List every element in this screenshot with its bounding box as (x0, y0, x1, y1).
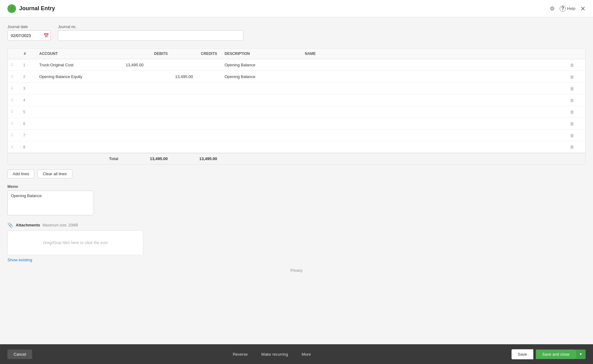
name-value (301, 63, 309, 67)
col-num-header: # (20, 48, 36, 59)
drag-handle-icon[interactable]: ⠿ (8, 110, 17, 114)
debit-cell[interactable] (122, 83, 171, 94)
credit-cell[interactable] (171, 83, 221, 94)
help-button[interactable]: ? Help (560, 6, 575, 12)
delete-row-button[interactable]: 🗑 (570, 74, 574, 79)
delete-row-button[interactable]: 🗑 (570, 110, 574, 114)
account-cell[interactable] (36, 83, 122, 94)
account-cell[interactable] (36, 141, 122, 153)
description-cell[interactable] (221, 83, 301, 94)
drag-handle-icon[interactable]: ⠿ (8, 133, 17, 138)
journal-no-input[interactable] (58, 30, 243, 41)
account-value (36, 86, 43, 91)
name-cell[interactable] (301, 130, 570, 141)
file-drop-zone[interactable]: Drag/Drop files here or click the icon (7, 230, 143, 255)
cancel-button[interactable]: Cancel (7, 350, 32, 359)
name-cell[interactable] (301, 118, 570, 130)
debit-cell[interactable] (122, 130, 171, 141)
delete-row-button[interactable]: 🗑 (570, 121, 574, 126)
col-drag-header (8, 48, 20, 59)
description-cell[interactable] (221, 130, 301, 141)
row-number: 4 (20, 98, 28, 102)
drag-handle-icon[interactable]: ⠿ (8, 86, 17, 91)
save-button[interactable]: Save (511, 349, 534, 359)
delete-row-button[interactable]: 🗑 (570, 86, 574, 91)
drag-handle-icon[interactable]: ⠿ (8, 122, 17, 126)
reverse-button[interactable]: Reverse (228, 350, 253, 359)
account-cell[interactable] (36, 118, 122, 130)
drag-handle-cell: ⠿ (8, 106, 20, 118)
drag-handle-icon[interactable]: ⠿ (8, 145, 17, 149)
description-value (221, 121, 228, 126)
credit-value (171, 145, 179, 149)
save-close-caret-button[interactable]: ▼ (576, 350, 586, 359)
table-row: ⠿ 5 🗑 (8, 106, 585, 118)
delete-row-button[interactable]: 🗑 (570, 144, 574, 149)
credit-cell[interactable] (171, 59, 221, 71)
more-button[interactable]: More (297, 350, 316, 359)
name-cell[interactable] (301, 141, 570, 153)
clear-all-lines-button[interactable]: Clear all lines (37, 169, 72, 178)
account-cell[interactable] (36, 106, 122, 118)
debit-cell[interactable] (122, 71, 171, 83)
account-cell[interactable] (36, 130, 122, 141)
make-recurring-button[interactable]: Make recurring (256, 350, 293, 359)
account-cell[interactable]: Truck:Original Cost (36, 59, 122, 71)
credit-value (171, 63, 179, 67)
account-cell[interactable] (36, 94, 122, 106)
help-label: Help (567, 6, 575, 11)
add-lines-button[interactable]: Add lines (7, 169, 34, 178)
name-cell[interactable] (301, 106, 570, 118)
delete-row-button[interactable]: 🗑 (570, 63, 574, 68)
account-value: Truck:Original Cost (36, 63, 77, 67)
description-cell[interactable]: Opening Balance (221, 59, 301, 71)
description-cell[interactable] (221, 94, 301, 106)
drag-handle-icon[interactable]: ⠿ (8, 75, 17, 79)
drag-handle-cell: ⠿ (8, 118, 20, 130)
name-cell[interactable] (301, 71, 570, 83)
drag-handle-icon[interactable]: ⠿ (8, 98, 17, 102)
account-value (36, 98, 43, 102)
debit-value (122, 133, 129, 138)
credit-cell[interactable]: 13,495.00 (171, 71, 221, 83)
close-icon[interactable]: ✕ (580, 5, 586, 12)
drag-handle-icon[interactable]: ⠿ (8, 63, 17, 67)
description-cell[interactable] (221, 106, 301, 118)
credit-cell[interactable] (171, 94, 221, 106)
attachments-max-size: Maximum size: 20MB (43, 223, 78, 227)
description-cell[interactable] (221, 141, 301, 153)
delete-row-button[interactable]: 🗑 (570, 133, 574, 138)
name-cell[interactable] (301, 83, 570, 94)
save-and-close-button[interactable]: Save and close (536, 350, 576, 359)
credit-cell[interactable] (171, 106, 221, 118)
total-credits: 13,495.00 (171, 153, 221, 164)
total-label: Total (8, 153, 122, 164)
description-value (221, 98, 228, 102)
account-value (36, 145, 43, 149)
account-value: Opening Balance Equity (36, 74, 86, 79)
debit-cell[interactable] (122, 106, 171, 118)
table-body: ⠿ 1 Truck:Original Cost 13,495.00 Openin… (8, 59, 585, 153)
credit-cell[interactable] (171, 141, 221, 153)
credit-cell[interactable] (171, 118, 221, 130)
debit-cell[interactable] (122, 141, 171, 153)
show-existing-link[interactable]: Show existing (7, 258, 32, 262)
account-value (36, 133, 43, 138)
account-cell[interactable]: Opening Balance Equity (36, 71, 122, 83)
table-row: ⠿ 1 Truck:Original Cost 13,495.00 Openin… (8, 59, 585, 71)
row-number: 1 (20, 63, 28, 67)
description-cell[interactable] (221, 118, 301, 130)
app-header: 🌿 Journal Entry ⚙ ? Help ✕ (0, 0, 593, 17)
credit-cell[interactable] (171, 130, 221, 141)
memo-textarea[interactable]: Opening Balance (7, 191, 94, 215)
delete-row-button[interactable]: 🗑 (570, 98, 574, 103)
calendar-button[interactable]: 📅 (44, 33, 49, 38)
settings-icon[interactable]: ⚙ (550, 5, 555, 12)
debit-cell[interactable] (122, 118, 171, 130)
description-cell[interactable]: Opening Balance (221, 71, 301, 83)
journal-no-label: Journal no. (58, 25, 243, 29)
debit-cell[interactable]: 13,495.00 (122, 59, 171, 71)
name-cell[interactable] (301, 59, 570, 71)
name-cell[interactable] (301, 94, 570, 106)
debit-cell[interactable] (122, 94, 171, 106)
